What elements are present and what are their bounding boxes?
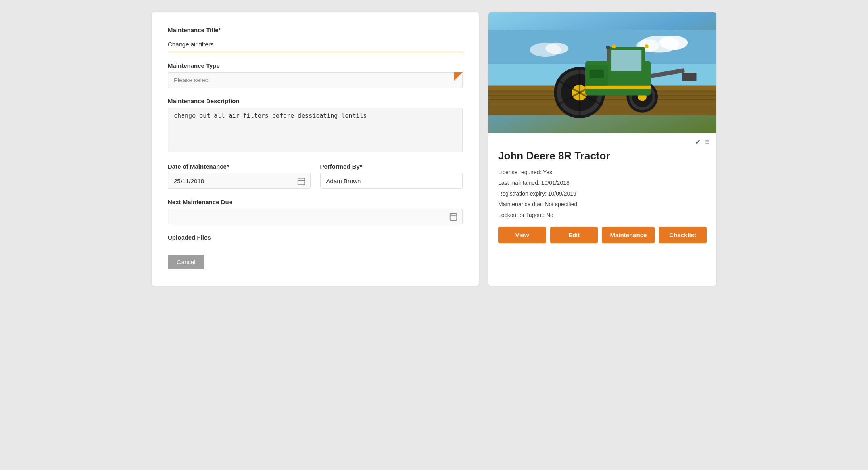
maintenance-type-group: Maintenance Type Please select Routine P… — [168, 62, 463, 88]
uploaded-files-group: Uploaded Files — [168, 234, 463, 241]
maintenance-type-select-wrapper: Please select Routine Preventive Correct… — [168, 72, 463, 88]
equipment-title: John Deere 8R Tractor — [498, 150, 707, 162]
uploaded-files-label: Uploaded Files — [168, 234, 463, 241]
lockout-tagout: Lockout or Tagout: No — [498, 211, 707, 219]
next-maintenance-calendar-icon[interactable] — [449, 212, 458, 221]
tractor-svg — [488, 12, 716, 133]
maintenance-due: Maintenance due: Not specified — [498, 200, 707, 209]
next-maintenance-date-wrapper — [168, 209, 463, 224]
edit-button[interactable]: Edit — [550, 227, 598, 243]
maintenance-desc-textarea[interactable]: change out all air filters before dessic… — [168, 108, 463, 152]
checkbox-icon[interactable]: ✔ — [695, 138, 701, 146]
performed-by-input[interactable] — [320, 173, 463, 189]
maintenance-button[interactable]: Maintenance — [602, 227, 655, 243]
equipment-card: ✔ ≡ John Deere 8R Tractor License requir… — [488, 12, 716, 286]
date-wrapper — [168, 173, 311, 189]
maintenance-type-select[interactable]: Please select Routine Preventive Correct… — [168, 72, 463, 88]
performed-by-label: Performed By* — [320, 163, 463, 170]
date-label: Date of Maintenance* — [168, 163, 311, 170]
svg-rect-37 — [590, 70, 604, 78]
menu-icon[interactable]: ≡ — [705, 137, 709, 146]
svg-point-41 — [645, 44, 649, 48]
checklist-button[interactable]: Checklist — [659, 227, 707, 243]
date-input[interactable] — [168, 173, 311, 189]
maintenance-title-input[interactable] — [168, 37, 463, 52]
maintenance-type-label: Maintenance Type — [168, 62, 463, 69]
svg-rect-0 — [298, 178, 305, 185]
svg-rect-38 — [607, 47, 609, 61]
next-maintenance-label: Next Maintenance Due — [168, 198, 463, 205]
performed-by-group: Performed By* — [320, 163, 463, 189]
tractor-image — [488, 12, 716, 133]
maintenance-desc-group: Maintenance Description change out all a… — [168, 98, 463, 153]
maintenance-title-label: Maintenance Title* — [168, 27, 463, 33]
svg-rect-35 — [585, 86, 651, 89]
svg-rect-39 — [606, 46, 610, 49]
svg-point-14 — [545, 43, 568, 54]
next-maintenance-input[interactable] — [168, 209, 463, 224]
card-buttons-row: View Edit Maintenance Checklist — [498, 227, 707, 243]
date-performed-row: Date of Maintenance* Performed By* — [168, 163, 463, 198]
cancel-button[interactable]: Cancel — [168, 255, 204, 269]
date-of-maintenance-group: Date of Maintenance* — [168, 163, 311, 189]
svg-point-11 — [659, 36, 688, 50]
registration-expiry: Registration expiry: 10/09/2019 — [498, 189, 707, 198]
maintenance-desc-label: Maintenance Description — [168, 98, 463, 104]
next-maintenance-group: Next Maintenance Due — [168, 198, 463, 224]
maintenance-form: Maintenance Title* Maintenance Type Plea… — [152, 12, 479, 286]
svg-rect-34 — [611, 50, 641, 71]
card-actions-row: ✔ ≡ — [488, 133, 716, 146]
svg-rect-4 — [450, 213, 457, 220]
maintenance-title-group: Maintenance Title* — [168, 27, 463, 52]
svg-point-40 — [612, 44, 616, 48]
license-required: License required: Yes — [498, 168, 707, 177]
calendar-icon[interactable] — [297, 177, 306, 186]
equipment-info: John Deere 8R Tractor License required: … — [488, 146, 716, 251]
svg-rect-43 — [682, 73, 696, 81]
view-button[interactable]: View — [498, 227, 546, 243]
last-maintained: Last maintained: 10/01/2018 — [498, 178, 707, 187]
